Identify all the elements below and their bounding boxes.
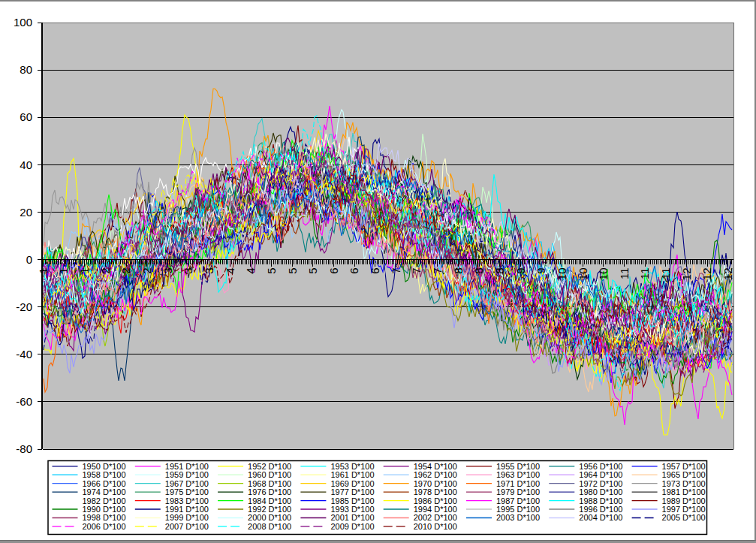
svg-text:1969 D*100: 1969 D*100	[330, 479, 374, 488]
svg-text:7: 7	[390, 268, 402, 274]
svg-text:1973 D*100: 1973 D*100	[662, 479, 706, 488]
svg-text:1960 D*100: 1960 D*100	[248, 470, 291, 479]
svg-text:9: 9	[535, 268, 547, 274]
svg-text:1981 D*100: 1981 D*100	[662, 487, 706, 496]
svg-text:3: 3	[161, 268, 174, 274]
svg-text:8: 8	[472, 268, 485, 274]
svg-text:11: 11	[618, 268, 631, 280]
svg-text:1967 D*100: 1967 D*100	[165, 479, 209, 488]
svg-text:6: 6	[369, 268, 381, 274]
svg-text:1986 D*100: 1986 D*100	[414, 496, 457, 505]
svg-text:1976 D*100: 1976 D*100	[248, 487, 291, 496]
svg-text:-20: -20	[16, 300, 32, 313]
svg-text:8: 8	[452, 268, 465, 274]
svg-text:6: 6	[348, 268, 360, 274]
svg-text:1997 D*100: 1997 D*100	[662, 505, 706, 514]
svg-text:1984 D*100: 1984 D*100	[248, 496, 291, 505]
svg-text:3: 3	[203, 268, 215, 274]
svg-text:1988 D*100: 1988 D*100	[579, 496, 622, 505]
svg-text:1975 D*100: 1975 D*100	[165, 487, 209, 496]
svg-text:1970 D*100: 1970 D*100	[414, 479, 457, 488]
svg-text:7: 7	[431, 268, 444, 274]
svg-text:10: 10	[597, 268, 610, 281]
svg-text:1994 D*100: 1994 D*100	[414, 505, 457, 514]
svg-text:1953 D*100: 1953 D*100	[330, 462, 374, 471]
svg-text:1983 D*100: 1983 D*100	[165, 496, 209, 505]
svg-text:6: 6	[327, 268, 340, 274]
svg-text:12: 12	[700, 268, 713, 281]
svg-text:10: 10	[577, 268, 589, 281]
svg-text:20: 20	[20, 206, 32, 219]
svg-text:1999 D*100: 1999 D*100	[165, 513, 209, 522]
svg-text:1993 D*100: 1993 D*100	[330, 505, 374, 514]
svg-text:60: 60	[20, 110, 32, 123]
svg-text:5: 5	[306, 268, 319, 274]
svg-text:1985 D*100: 1985 D*100	[330, 496, 374, 505]
svg-text:2002 D*100: 2002 D*100	[414, 513, 457, 522]
svg-text:40: 40	[20, 158, 32, 171]
svg-text:2009 D*100: 2009 D*100	[330, 522, 374, 531]
svg-text:1980 D*100: 1980 D*100	[579, 487, 622, 496]
svg-text:1952 D*100: 1952 D*100	[248, 462, 291, 471]
svg-text:8: 8	[493, 268, 506, 274]
svg-text:1965 D*100: 1965 D*100	[662, 470, 706, 479]
svg-text:1982 D*100: 1982 D*100	[83, 496, 126, 505]
svg-text:-40: -40	[16, 348, 32, 360]
svg-text:1962 D*100: 1962 D*100	[414, 470, 457, 479]
svg-text:1972 D*100: 1972 D*100	[579, 479, 622, 488]
svg-text:0: 0	[26, 253, 32, 266]
svg-text:1977 D*100: 1977 D*100	[330, 487, 374, 496]
svg-text:1978 D*100: 1978 D*100	[414, 487, 457, 496]
svg-text:2005 D*100: 2005 D*100	[662, 513, 706, 522]
svg-text:1961 D*100: 1961 D*100	[330, 470, 374, 479]
svg-text:3: 3	[182, 268, 194, 274]
svg-text:1955 D*100: 1955 D*100	[496, 462, 540, 471]
svg-text:1998 D*100: 1998 D*100	[83, 513, 126, 522]
svg-text:2: 2	[99, 268, 112, 274]
svg-text:1992 D*100: 1992 D*100	[248, 505, 291, 514]
svg-text:1971 D*100: 1971 D*100	[496, 479, 540, 488]
svg-text:2: 2	[119, 268, 132, 274]
svg-text:1987 D*100: 1987 D*100	[496, 496, 540, 505]
svg-text:2003 D*100: 2003 D*100	[496, 513, 540, 522]
svg-text:-80: -80	[16, 442, 32, 455]
svg-text:1990 D*100: 1990 D*100	[83, 505, 126, 514]
svg-text:2007 D*100: 2007 D*100	[165, 522, 209, 531]
svg-text:1991 D*100: 1991 D*100	[165, 505, 209, 514]
svg-text:1951 D*100: 1951 D*100	[165, 462, 209, 471]
svg-text:11: 11	[638, 268, 651, 280]
svg-text:2004 D*100: 2004 D*100	[579, 513, 622, 522]
svg-text:1: 1	[57, 268, 70, 274]
svg-text:4: 4	[224, 268, 236, 274]
svg-text:-60: -60	[16, 395, 32, 408]
svg-text:2: 2	[140, 268, 153, 274]
svg-text:2001 D*100: 2001 D*100	[330, 513, 374, 522]
svg-text:1957 D*100: 1957 D*100	[662, 462, 706, 471]
svg-text:2010 D*100: 2010 D*100	[414, 522, 457, 531]
svg-text:1: 1	[37, 268, 50, 274]
svg-text:1964 D*100: 1964 D*100	[579, 470, 622, 479]
svg-text:4: 4	[244, 268, 257, 274]
svg-text:7: 7	[410, 268, 423, 274]
svg-text:1958 D*100: 1958 D*100	[83, 470, 126, 479]
svg-text:1966 D*100: 1966 D*100	[83, 479, 126, 488]
svg-text:9: 9	[514, 268, 527, 274]
svg-text:1954 D*100: 1954 D*100	[414, 462, 457, 471]
svg-text:12: 12	[680, 268, 693, 281]
svg-text:1989 D*100: 1989 D*100	[662, 496, 706, 505]
svg-text:5: 5	[265, 268, 278, 274]
svg-text:1956 D*100: 1956 D*100	[579, 462, 622, 471]
svg-text:2000 D*100: 2000 D*100	[248, 513, 291, 522]
svg-text:80: 80	[20, 63, 32, 76]
svg-text:1950 D*100: 1950 D*100	[83, 462, 126, 471]
svg-text:1959 D*100: 1959 D*100	[165, 470, 209, 479]
svg-text:2006 D*100: 2006 D*100	[83, 522, 126, 531]
svg-text:1974 D*100: 1974 D*100	[83, 487, 126, 496]
svg-text:1: 1	[78, 268, 91, 274]
svg-text:100: 100	[14, 16, 32, 29]
svg-text:10: 10	[556, 268, 568, 281]
svg-text:1963 D*100: 1963 D*100	[496, 470, 540, 479]
svg-text:12: 12	[721, 268, 734, 281]
svg-text:5: 5	[286, 268, 299, 274]
svg-text:2008 D*100: 2008 D*100	[248, 522, 291, 531]
